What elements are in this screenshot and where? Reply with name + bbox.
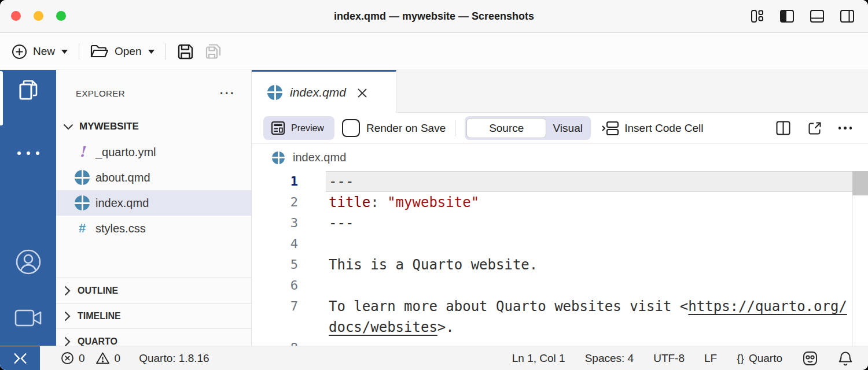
split-editor-icon[interactable]: [775, 120, 791, 136]
section-label: OUTLINE: [78, 286, 118, 296]
code-line-wrap: docs/websites>.: [252, 317, 868, 338]
save-button[interactable]: [176, 43, 194, 61]
toolbar-divider: [165, 43, 166, 60]
quarto-version[interactable]: Quarto: 1.8.16: [139, 352, 209, 365]
section-quarto[interactable]: QUARTO: [56, 328, 251, 346]
tab-bar: index.qmd: [252, 70, 868, 113]
account-button[interactable]: [0, 248, 56, 276]
line-number: 4: [252, 234, 298, 254]
explorer-title: EXPLORER: [76, 88, 125, 98]
toggle-bottom-panel-icon[interactable]: [809, 8, 825, 24]
code-line: 4: [252, 234, 868, 254]
sidebar-item-explorer[interactable]: [0, 77, 56, 104]
activity-bar-more-button[interactable]: [0, 151, 56, 155]
breadcrumb[interactable]: index.qmd: [252, 144, 868, 171]
cursor-position[interactable]: Ln 1, Col 1: [512, 352, 565, 365]
error-icon: [61, 352, 74, 365]
file-name: about.qmd: [95, 171, 150, 184]
file-row-index-qmd[interactable]: index.qmd: [56, 190, 251, 216]
code-link[interactable]: https://quarto.org/: [688, 298, 847, 314]
toggle-left-sidebar-icon[interactable]: [779, 8, 795, 24]
title-bar: index.qmd — mywebsite — Screenshots: [0, 0, 868, 33]
open-in-new-window-icon[interactable]: [807, 120, 823, 136]
tab-index-qmd[interactable]: index.qmd: [252, 70, 396, 113]
plus-circle-icon: [12, 44, 27, 60]
section-timeline[interactable]: TIMELINE: [56, 303, 251, 328]
code-line: 7 To learn more about Quarto websites vi…: [252, 296, 868, 317]
line-number: 5: [252, 254, 298, 275]
toolbar-divider: [79, 43, 79, 60]
preview-button[interactable]: Preview: [263, 116, 334, 140]
css-file-icon: #: [79, 221, 86, 236]
chevron-down-icon: [61, 49, 68, 54]
ellipsis-icon: [17, 151, 39, 155]
chevron-right-icon: [64, 311, 71, 321]
more-actions-icon[interactable]: [838, 127, 852, 130]
close-icon[interactable]: [356, 87, 369, 99]
quarto-file-icon: [75, 195, 90, 210]
bell-icon[interactable]: [838, 350, 853, 367]
editor-action-bar: Preview Render on Save Source Visual Ins…: [252, 113, 868, 144]
code-line: 8: [252, 338, 868, 346]
line-number: 3: [252, 213, 298, 234]
workspace-tree-label: MYWEBSITE: [79, 121, 139, 132]
eol-setting[interactable]: LF: [704, 352, 717, 365]
warning-count: 0: [115, 352, 121, 365]
file-row-about-qmd[interactable]: about.qmd: [56, 165, 251, 190]
section-label: TIMELINE: [78, 311, 121, 321]
code-line: 5 This is a Quarto website.: [252, 254, 868, 275]
save-all-icon: [201, 42, 222, 61]
encoding-setting[interactable]: UTF-8: [653, 352, 685, 365]
open-button[interactable]: Open: [90, 44, 155, 60]
top-action-bar: New Open: [0, 34, 868, 69]
problems-indicator[interactable]: 0 0: [61, 352, 126, 365]
save-all-button[interactable]: [201, 42, 222, 61]
workspace-tree-root[interactable]: MYWEBSITE: [56, 114, 251, 139]
explorer-sidebar: EXPLORER ⋯ MYWEBSITE ! _quarto.yml about…: [56, 70, 252, 346]
visual-mode-button[interactable]: Visual: [546, 118, 589, 138]
insert-code-cell-icon: [601, 121, 620, 136]
render-on-save-label: Render on Save: [366, 122, 446, 135]
customize-layout-icon[interactable]: [749, 8, 765, 24]
code-editor[interactable]: 1 --- 2 title: "mywebsite" 3 --- 4 5: [252, 171, 868, 346]
code-line: 3 ---: [252, 213, 868, 234]
explorer-more-actions-button[interactable]: ⋯: [219, 89, 236, 97]
file-name: index.qmd: [95, 197, 149, 210]
source-mode-button[interactable]: Source: [466, 118, 546, 138]
line-number: 6: [252, 275, 298, 296]
code-link[interactable]: docs/websites: [329, 319, 437, 335]
file-row-quarto-yml[interactable]: ! _quarto.yml: [56, 139, 251, 165]
file-row-styles-css[interactable]: # styles.css: [56, 216, 251, 241]
yaml-colon: :: [370, 194, 387, 210]
file-name: styles.css: [95, 222, 146, 235]
remote-indicator[interactable]: [0, 346, 40, 370]
scrollbar-thumb[interactable]: [852, 171, 868, 195]
warning-icon: [95, 352, 110, 365]
yaml-file-icon: !: [79, 146, 86, 158]
code-text: To learn more about Quarto websites visi…: [329, 298, 688, 314]
language-mode[interactable]: {} Quarto: [737, 352, 782, 365]
render-on-save-checkbox[interactable]: [342, 119, 360, 137]
section-outline[interactable]: OUTLINE: [56, 278, 251, 303]
file-name: _quarto.yml: [95, 146, 156, 159]
folder-open-icon: [90, 44, 109, 60]
yaml-value: "mywebsite": [387, 194, 479, 210]
code-text: ---: [329, 171, 354, 192]
quarto-file-icon: [267, 85, 282, 100]
video-camera-button[interactable]: [0, 306, 56, 330]
code-line: 1 ---: [252, 171, 868, 192]
save-icon: [176, 43, 194, 61]
indentation-setting[interactable]: Spaces: 4: [585, 352, 634, 365]
main-area: EXPLORER ⋯ MYWEBSITE ! _quarto.yml about…: [0, 70, 868, 346]
chevron-right-icon: [64, 286, 71, 296]
remote-icon: [13, 352, 28, 365]
new-button[interactable]: New: [12, 44, 68, 60]
toggle-right-sidebar-icon[interactable]: [839, 8, 855, 24]
feedback-smiley-icon[interactable]: [802, 350, 818, 367]
scrollbar-track[interactable]: [852, 171, 868, 346]
action-bar-divider: [455, 120, 455, 136]
new-button-label: New: [33, 45, 55, 58]
insert-code-cell-button[interactable]: Insert Code Cell: [601, 121, 703, 136]
code-text: This is a Quarto website.: [329, 254, 538, 275]
account-icon: [14, 248, 42, 276]
